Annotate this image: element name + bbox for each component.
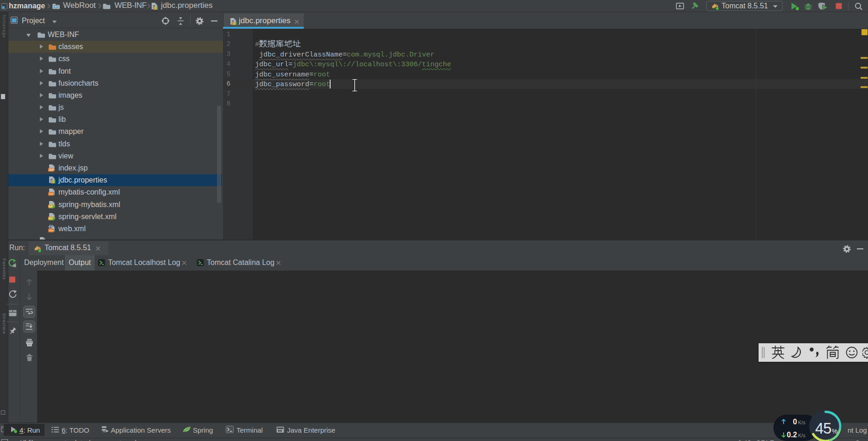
svg-text:JSP: JSP <box>48 168 54 171</box>
svg-text:<>: <> <box>49 228 53 233</box>
svg-text:<>: <> <box>49 192 53 196</box>
